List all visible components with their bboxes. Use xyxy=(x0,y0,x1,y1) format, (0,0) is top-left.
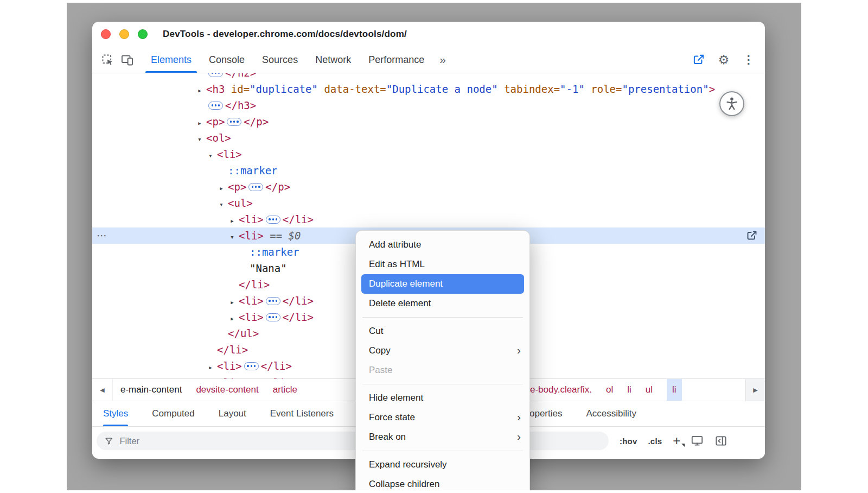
dom-tree-row[interactable]: ▸<h3 id="duplicate" data-text="Duplicate… xyxy=(92,81,765,97)
expand-arrow-icon[interactable]: ▸ xyxy=(230,294,239,311)
panel-tab-layout[interactable]: Layout xyxy=(219,401,246,426)
code-token: == $0 xyxy=(264,230,301,242)
collapse-arrow-icon[interactable]: ▾ xyxy=(219,197,228,213)
breadcrumb-item[interactable]: ol xyxy=(606,379,613,401)
breadcrumb-item[interactable]: article xyxy=(273,379,297,401)
panel-tab-styles[interactable]: Styles xyxy=(103,401,128,426)
menu-item-label: Add attribute xyxy=(369,239,421,250)
devtools-tabs: ElementsConsoleSourcesNetworkPerformance xyxy=(142,47,433,73)
menu-item-label: Expand recursively xyxy=(369,459,447,470)
breadcrumb-item[interactable]: devsite-content xyxy=(196,379,258,401)
submenu-chevron-icon: › xyxy=(517,344,521,357)
ellipsis-expand-icon[interactable] xyxy=(227,118,241,126)
context-menu: Add attributeEdit as HTMLDuplicate eleme… xyxy=(355,230,530,490)
menu-item-label: Delete element xyxy=(369,298,431,309)
expand-arrow-icon[interactable]: ▸ xyxy=(197,115,206,131)
menu-item-label: Hide element xyxy=(369,393,423,403)
ellipsis-expand-icon[interactable] xyxy=(208,102,223,110)
dom-tree-row[interactable]: ▾<ol> xyxy=(92,130,765,146)
breadcrumb-scroll-left-icon[interactable]: ◀ xyxy=(92,379,113,401)
window-titlebar: DevTools - developer.chrome.com/docs/dev… xyxy=(92,22,765,47)
ellipsis-expand-icon[interactable] xyxy=(208,73,223,77)
dom-tree-row[interactable]: ▾<ul> xyxy=(92,195,765,211)
breadcrumb-item[interactable]: li xyxy=(667,379,682,401)
minimize-window-button[interactable] xyxy=(119,29,129,39)
new-style-rule-button[interactable]: + xyxy=(673,434,680,447)
menu-item-force-state[interactable]: Force state› xyxy=(356,408,529,427)
dom-tree-row[interactable]: ▾<li> xyxy=(92,146,765,162)
menu-item-duplicate-element[interactable]: Duplicate element xyxy=(361,274,524,294)
ellipsis-expand-icon[interactable] xyxy=(266,216,280,224)
code-token: > xyxy=(709,83,715,95)
breadcrumb-item[interactable]: e-main-content xyxy=(120,379,182,401)
menu-item-break-on[interactable]: Break on› xyxy=(356,427,529,447)
dom-tree-row[interactable]: ▸<p></p> xyxy=(92,179,765,195)
code-token: </li> xyxy=(261,360,292,372)
expand-arrow-icon[interactable]: ▸ xyxy=(230,311,239,327)
ellipsis-expand-icon[interactable] xyxy=(266,313,280,321)
code-token: <li> xyxy=(239,213,264,225)
collapse-arrow-icon[interactable]: ▾ xyxy=(230,229,239,245)
menu-item-copy[interactable]: Copy› xyxy=(356,341,529,361)
close-window-button[interactable] xyxy=(101,29,111,39)
styles-filter-field[interactable] xyxy=(97,432,609,450)
code-token: </h2> xyxy=(225,73,256,79)
toggle-sidebar-icon[interactable] xyxy=(714,434,728,448)
menu-item-cut[interactable]: Cut xyxy=(356,321,529,341)
dom-tree-row[interactable]: </h3> xyxy=(92,97,765,113)
tab-elements[interactable]: Elements xyxy=(142,47,200,73)
dom-tree-row[interactable]: ▸<p></p> xyxy=(92,113,765,130)
expand-arrow-icon[interactable]: ▸ xyxy=(208,359,217,376)
zoom-window-button[interactable] xyxy=(138,29,148,39)
toggle-hover-state-button[interactable]: :hov xyxy=(620,437,637,446)
tab-console[interactable]: Console xyxy=(200,47,253,73)
collapse-arrow-icon[interactable]: ▾ xyxy=(197,131,206,148)
expand-arrow-icon[interactable]: ▸ xyxy=(230,213,239,229)
dom-tree-row[interactable]: ::marker xyxy=(92,162,765,179)
menu-item-expand-recursively[interactable]: Expand recursively xyxy=(356,455,529,475)
menu-item-hide-element[interactable]: Hide element xyxy=(356,388,529,408)
menu-item-collapse-children[interactable]: Collapse children xyxy=(356,475,529,490)
accessibility-fab[interactable] xyxy=(719,91,744,116)
panel-tab-accessibility[interactable]: Accessibility xyxy=(586,401,636,426)
element-picker-badge-icon[interactable] xyxy=(689,53,709,67)
panel-tab-event-listeners[interactable]: Event Listeners xyxy=(270,401,334,426)
node-options-icon[interactable]: ⋯ xyxy=(97,227,107,244)
toggle-class-button[interactable]: .cls xyxy=(648,437,662,446)
filter-funnel-icon xyxy=(104,436,114,446)
menu-item-edit-as-html[interactable]: Edit as HTML xyxy=(356,255,529,274)
tab-sources[interactable]: Sources xyxy=(253,47,307,73)
code-token: </li> xyxy=(239,279,270,290)
settings-gear-icon[interactable]: ⚙ xyxy=(714,54,733,66)
ellipsis-expand-icon[interactable] xyxy=(266,297,280,305)
code-token: "presentation" xyxy=(622,83,709,95)
breadcrumb-item[interactable]: ul xyxy=(646,379,653,401)
rendering-emulations-icon[interactable] xyxy=(690,434,704,448)
tab-network[interactable]: Network xyxy=(307,47,360,73)
breadcrumb-scroll-right-icon[interactable]: ▶ xyxy=(745,379,765,401)
expand-arrow-icon[interactable]: ▸ xyxy=(219,180,228,197)
reveal-node-icon[interactable] xyxy=(745,229,758,242)
code-token: role= xyxy=(585,83,622,95)
menu-item-add-attribute[interactable]: Add attribute xyxy=(356,235,529,255)
expand-arrow-icon[interactable]: ▸ xyxy=(197,83,206,99)
more-tabs-icon[interactable]: » xyxy=(433,47,452,73)
ellipsis-expand-icon[interactable] xyxy=(248,183,263,191)
menu-item-delete-element[interactable]: Delete element xyxy=(356,294,529,313)
more-options-kebab-icon[interactable]: ⋮ xyxy=(739,53,758,66)
panel-tab-computed[interactable]: Computed xyxy=(152,401,194,426)
tab-performance[interactable]: Performance xyxy=(360,47,433,73)
device-toolbar-icon[interactable] xyxy=(117,47,137,73)
code-token: "duplicate" xyxy=(250,83,318,95)
ellipsis-expand-icon[interactable] xyxy=(244,362,259,370)
toolbar-right-icons: ⚙ ⋮ xyxy=(689,47,758,73)
collapse-arrow-icon[interactable]: ▾ xyxy=(208,148,217,164)
dom-tree-row[interactable]: ▸<li></li> xyxy=(92,211,765,227)
screenshot-stage: DevTools - developer.chrome.com/docs/dev… xyxy=(0,0,868,493)
inspect-element-icon[interactable] xyxy=(98,47,117,73)
breadcrumb-item[interactable]: li xyxy=(627,379,631,401)
dom-tree-row[interactable]: </h2> xyxy=(92,73,765,81)
code-token: "Nana" xyxy=(250,262,287,274)
menu-item-label: Copy xyxy=(369,345,391,356)
code-token: <p> xyxy=(228,181,246,193)
